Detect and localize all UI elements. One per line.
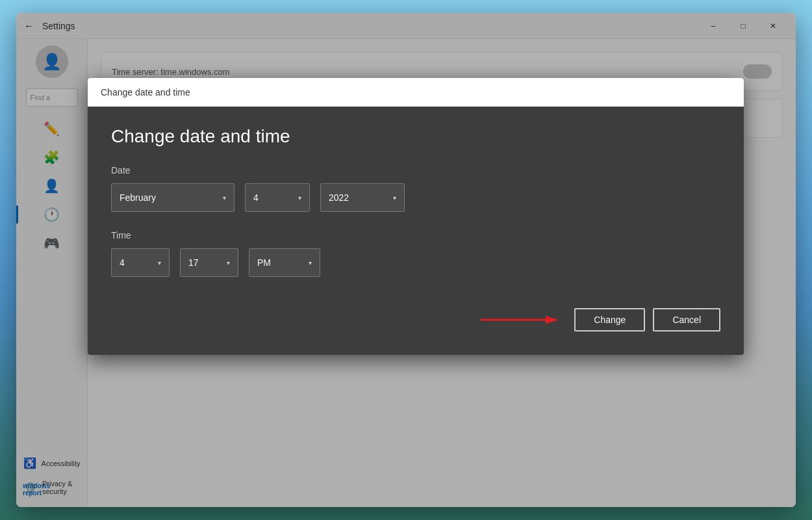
time-row: 4 ▾ 17 ▾ PM ▾ xyxy=(111,248,720,277)
date-label: Date xyxy=(111,165,720,176)
year-select[interactable]: 2022 ▾ xyxy=(320,183,405,212)
year-value: 2022 xyxy=(329,192,349,203)
day-select[interactable]: 4 ▾ xyxy=(245,183,310,212)
month-chevron: ▾ xyxy=(223,194,226,202)
red-arrow-indicator xyxy=(481,312,559,328)
arrow-svg xyxy=(481,312,559,328)
dialog-titlebar: Change date and time xyxy=(88,78,744,107)
hour-chevron: ▾ xyxy=(158,259,161,266)
change-button[interactable]: Change xyxy=(574,308,645,332)
day-chevron: ▾ xyxy=(298,194,301,202)
dialog-body: Change date and time Date February ▾ 4 ▾… xyxy=(88,107,744,355)
cancel-button[interactable]: Cancel xyxy=(653,308,720,332)
svg-marker-1 xyxy=(546,316,559,324)
dialog-titlebar-text: Change date and time xyxy=(101,87,190,98)
minute-chevron: ▾ xyxy=(227,259,230,266)
day-value: 4 xyxy=(253,192,259,203)
dialog-footer: Change Cancel xyxy=(111,303,720,332)
hour-value: 4 xyxy=(120,257,125,268)
month-value: February xyxy=(120,192,156,203)
minute-value: 17 xyxy=(188,257,199,268)
ampm-chevron: ▾ xyxy=(309,259,312,266)
dialog-heading: Change date and time xyxy=(111,126,720,147)
month-select[interactable]: February ▾ xyxy=(111,183,235,212)
time-label: Time xyxy=(111,230,720,240)
settings-window: ← Settings – □ ✕ 👤 Find a ✏️ 🧩 xyxy=(16,13,796,507)
ampm-select[interactable]: PM ▾ xyxy=(249,248,320,277)
hour-select[interactable]: 4 ▾ xyxy=(111,248,170,277)
ampm-value: PM xyxy=(257,257,271,268)
date-row: February ▾ 4 ▾ 2022 ▾ xyxy=(111,183,720,212)
minute-select[interactable]: 17 ▾ xyxy=(180,248,238,277)
change-date-time-dialog: Change date and time Change date and tim… xyxy=(88,78,744,355)
year-chevron: ▾ xyxy=(393,194,396,202)
